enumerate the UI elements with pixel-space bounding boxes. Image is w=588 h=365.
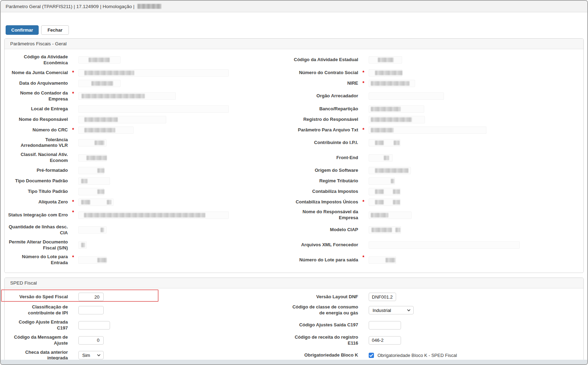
sped-fields-grid: Versão do Sped FiscalVersão Layout DNFCl… [8, 291, 579, 365]
field-numero-do-crc[interactable] [78, 126, 134, 134]
field-tolerancia-arredondamento-vlr[interactable] [78, 139, 106, 146]
field-numero-do-lote-para-entrada[interactable] [78, 256, 106, 264]
input-classificacao-de-contribuinte-de-ipi[interactable] [78, 306, 104, 314]
close-button[interactable]: Fechar [41, 25, 69, 35]
label-nome-do-responsavel: Nome do Responsável [8, 115, 68, 124]
field-codigo-da-atividade-economica[interactable] [78, 56, 121, 64]
label-codigo-ajustes-saida-c197: Código Ajustes Saída C197 [291, 321, 358, 330]
label-origem-do-software: Origem do Software [291, 166, 358, 176]
field-banco-reparticao[interactable] [369, 105, 424, 113]
field-cell-numero-do-crc [78, 125, 289, 136]
redacted-value [378, 58, 394, 62]
field-cell-versao-layout-dnf [369, 291, 579, 303]
field-quantidade-de-linhas-desc-cia[interactable] [78, 226, 106, 234]
redacted-value [371, 228, 392, 232]
redacted-value [81, 243, 85, 247]
asterisk-spacer [361, 136, 366, 145]
field-contabiliza-impostos[interactable] [369, 188, 400, 195]
field-registro-do-responsavel[interactable] [369, 116, 425, 123]
label-nome-do-responsavel-da-empresa: Nome do Responsável da Empresa [291, 208, 358, 223]
asterisk-spacer [361, 150, 366, 160]
label-classif-nacional-ativ-econom: Classif. Nacional Ativ. Econom [8, 150, 68, 165]
field-nire[interactable] [369, 80, 415, 87]
input-codigo-de-receita-do-registro-e116[interactable] [369, 336, 401, 345]
field-cell-nire [369, 78, 579, 89]
field-pre-formatado[interactable] [78, 167, 104, 174]
field-regime-tributario[interactable] [369, 177, 395, 185]
input-versao-do-sped-fiscal[interactable] [78, 293, 104, 301]
input-codigo-ajuste-entrada-c197[interactable] [78, 321, 110, 330]
field-arquivos-xml-fornecedor[interactable] [369, 241, 520, 249]
asterisk-spacer [361, 176, 366, 185]
field-numero-do-lote-para-saida[interactable] [369, 256, 396, 264]
label-status-integracao-com-erro: Status Integração com Erro [8, 210, 68, 220]
required-asterisk: * [70, 208, 76, 217]
input-versao-layout-dnf[interactable] [369, 293, 396, 301]
asterisk-spacer [361, 223, 366, 232]
check-icon [369, 354, 373, 357]
field-aliquota-zero[interactable] [78, 198, 114, 206]
field-contribuinte-do-i-p-i[interactable] [369, 139, 400, 146]
asterisk-spacer [361, 291, 366, 301]
field-orgao-arrecadador[interactable] [369, 92, 444, 100]
redacted-value [394, 141, 400, 145]
field-cell-versao-do-sped-fiscal [78, 291, 289, 303]
asterisk-spacer [70, 115, 76, 124]
field-permite-alterar-documento-fiscal-s-n[interactable] [78, 241, 87, 249]
field-cell-orgao-arrecadador [369, 91, 579, 102]
field-nome-do-contador-da-empresa[interactable] [78, 92, 176, 100]
select-value: Industrial [373, 308, 391, 313]
field-nome-do-responsavel-da-empresa[interactable] [369, 211, 412, 219]
checkbox-obrigatoriedade-bloco-k[interactable] [369, 353, 374, 358]
field-front-end[interactable] [369, 154, 393, 162]
field-contabiliza-impostos-unicos[interactable] [369, 198, 400, 206]
field-tipo-titulo-padrao[interactable] [78, 188, 104, 195]
redacted-value [375, 200, 384, 204]
field-numero-do-contrato-social[interactable] [369, 69, 402, 77]
field-parametro-para-arquivo-txt[interactable] [369, 126, 486, 134]
select-codigo-de-classe-de-consumo-de-energia-ou-[interactable]: Industrial [369, 306, 414, 314]
asterisk-spacer [70, 333, 76, 343]
asterisk-spacer [70, 348, 76, 358]
field-cell-codigo-da-atividade-economica [78, 55, 289, 65]
label-classificacao-de-contribuinte-de-ipi: Classificação de contribuinte de IPI [8, 303, 68, 318]
confirm-button[interactable]: Confirmar [6, 25, 39, 35]
label-modelo-ciap: Modelo CIAP [291, 226, 358, 235]
label-obrigatoriedade-bloco-k: Obrigatoriedade Bloco K [291, 351, 358, 360]
input-codigo-da-mensagem-de-ajuste[interactable] [78, 336, 104, 345]
redacted-value [84, 128, 115, 132]
label-contabiliza-impostos-unicos: Contabiliza Impostos Únicos [291, 198, 358, 207]
sped-section-header: SPED Fiscal [5, 278, 583, 288]
field-local-de-entrega[interactable] [78, 105, 229, 113]
field-codigo-da-atividade-estadual[interactable] [369, 56, 402, 64]
field-origem-do-software[interactable] [369, 167, 411, 174]
input-codigo-ajustes-saida-c197[interactable] [369, 321, 401, 330]
label-codigo-da-atividade-economica: Código da Atividade Econômica [8, 53, 68, 68]
field-nome-do-responsavel[interactable] [78, 116, 166, 123]
field-cell-codigo-de-receita-do-registro-e116 [369, 335, 579, 346]
app-window: Parâmetro Geral (TPARFIS211) | 17.124909… [0, 0, 588, 365]
redacted-value [393, 200, 400, 204]
field-cell-arquivos-xml-fornecedor [369, 240, 579, 250]
redacted-value [107, 200, 111, 204]
redacted-value [371, 128, 394, 132]
required-asterisk: * [361, 68, 366, 77]
redacted-value [101, 228, 104, 232]
field-modelo-ciap[interactable] [369, 226, 401, 234]
field-nome-da-junta-comercial[interactable] [78, 69, 229, 77]
page-title: Parâmetro Geral (TPARFIS211) | 17.124909… [6, 4, 134, 9]
asterisk-spacer [361, 104, 366, 113]
redacted-value [371, 81, 409, 86]
redacted-value [81, 200, 90, 204]
field-data-do-arquivamento[interactable] [78, 80, 121, 87]
redacted-value [89, 58, 110, 62]
asterisk-spacer [70, 136, 76, 145]
field-status-integracao-com-erro[interactable] [78, 211, 229, 219]
label-tipo-titulo-padrao: Tipo Título Padrão [8, 187, 68, 197]
field-cell-data-do-arquivamento [78, 78, 289, 89]
field-classif-nacional-ativ-econom[interactable] [78, 154, 106, 162]
select-checa-data-anterior-integrada[interactable]: Sim [78, 351, 104, 359]
field-tipo-documento-padrao[interactable] [78, 177, 110, 185]
asterisk-spacer [70, 223, 76, 232]
label-parametro-para-arquivo-txt: Parâmetro Para Arquivo Txt [291, 125, 358, 135]
